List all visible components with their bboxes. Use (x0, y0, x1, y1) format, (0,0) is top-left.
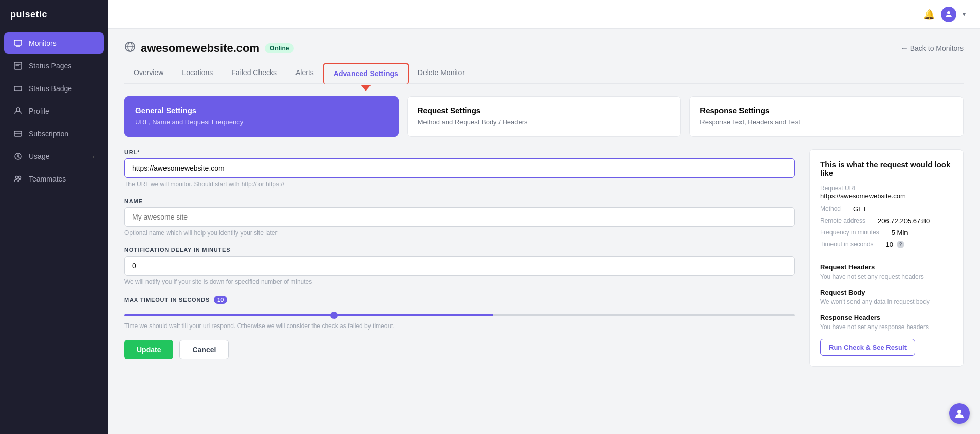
url-form-group: URL* The URL we will monitor. Should sta… (124, 149, 795, 188)
cancel-button[interactable]: Cancel (179, 340, 229, 359)
svg-rect-2 (14, 86, 22, 91)
general-settings-title: General Settings (135, 106, 388, 115)
sidebar-item-status-pages[interactable]: Status Pages (4, 55, 104, 77)
svg-point-8 (947, 11, 950, 14)
request-settings-desc: Method and Request Body / Headers (418, 118, 671, 127)
sidebar-item-status-badge[interactable]: Status Badge (4, 78, 104, 99)
remote-address-key: Remote address (820, 217, 865, 224)
sidebar-item-label-monitors: Monitors (29, 39, 57, 47)
settings-cards-row: General Settings URL, Name and Request F… (124, 96, 964, 137)
run-check-button[interactable]: Run Check & See Result (820, 339, 915, 356)
response-settings-desc: Response Text, Headers and Test (700, 118, 953, 127)
monitor-globe-icon (124, 41, 136, 55)
notification-hint: We will notify you if your site is down … (124, 278, 795, 285)
sidebar-item-subscription[interactable]: Subscription (4, 123, 104, 144)
general-settings-desc: URL, Name and Request Frequency (135, 118, 388, 127)
svg-point-11 (957, 410, 961, 414)
sidebar-item-profile[interactable]: Profile (4, 100, 104, 122)
monitor-title-row: awesomewebsite.com Online (124, 41, 294, 55)
request-body-title: Request Body (820, 288, 953, 296)
tab-failed-checks[interactable]: Failed Checks (222, 63, 286, 84)
sidebar-item-usage[interactable]: Usage ‹ (4, 146, 104, 167)
response-settings-title: Response Settings (700, 106, 953, 115)
divider-1 (820, 255, 953, 255)
tab-overview[interactable]: Overview (124, 63, 173, 84)
main-area: 🔔 ▾ awesomewebsite.com Online ← Back to … (108, 0, 980, 434)
request-url-val: https://awesomewebsite.com (820, 192, 953, 200)
remote-address-val: 206.72.205.67:80 (878, 217, 930, 225)
request-body-text: We won't send any data in request body (820, 298, 953, 305)
timeout-label-row: MAX TIMEOUT IN SECONDS 10 (124, 296, 795, 304)
name-label: NAME (124, 198, 795, 204)
request-settings-title: Request Settings (418, 106, 671, 115)
bottom-right-avatar[interactable] (949, 403, 970, 424)
topbar: 🔔 ▾ (108, 0, 980, 29)
update-button[interactable]: Update (124, 340, 173, 359)
sidebar-item-label-status-badge: Status Badge (29, 84, 72, 93)
teammates-icon (13, 174, 23, 184)
notification-bell-icon[interactable]: 🔔 (923, 9, 935, 20)
avatar-chevron-icon[interactable]: ▾ (963, 11, 966, 18)
timeout-hint: Time we should wait till your url respon… (124, 322, 795, 330)
settings-card-request[interactable]: Request Settings Method and Request Body… (407, 96, 681, 137)
request-url-key: Request URL (820, 185, 953, 192)
notification-label: NOTIFICATION DELAY IN MINUTES (124, 247, 795, 253)
name-hint: Optional name which will help you identi… (124, 229, 795, 237)
request-headers-text: You have not set any request headers (820, 273, 953, 280)
info-request-url: Request URL https://awesomewebsite.com (820, 185, 953, 200)
status-badge: Online (265, 43, 294, 53)
monitor-header: awesomewebsite.com Online ← Back to Moni… (124, 41, 964, 55)
name-input[interactable] (124, 207, 795, 227)
sidebar-item-label-teammates: Teammates (29, 175, 66, 183)
sidebar-nav: Monitors Status Pages Status Badge Profi… (0, 29, 108, 434)
info-column: This is what the request would look like… (809, 149, 964, 367)
sidebar-item-monitors[interactable]: Monitors (4, 32, 104, 54)
sidebar-item-label-status-pages: Status Pages (29, 62, 71, 70)
url-hint: The URL we will monitor. Should start wi… (124, 180, 795, 188)
sidebar-item-teammates[interactable]: Teammates (4, 168, 104, 190)
timeout-value-badge: 10 (214, 296, 227, 304)
monitors-icon (13, 39, 23, 48)
status-badge-icon (13, 84, 23, 93)
response-headers-text: You have not set any response headers (820, 323, 953, 331)
tab-delete-monitor[interactable]: Delete Monitor (409, 63, 474, 84)
svg-rect-0 (14, 40, 22, 45)
info-panel: This is what the request would look like… (809, 149, 964, 367)
notification-input[interactable] (124, 256, 795, 276)
tab-locations[interactable]: Locations (173, 63, 222, 84)
tab-advanced-settings[interactable]: Advanced Settings (323, 63, 409, 84)
timeout-form-group: MAX TIMEOUT IN SECONDS 10 Time we should… (124, 296, 795, 330)
frequency-val: 5 Min (892, 229, 908, 237)
tabs-row: Overview Locations Failed Checks Alerts … (124, 63, 964, 84)
timeout-seconds-val: 10 (886, 241, 893, 248)
settings-card-response[interactable]: Response Settings Response Text, Headers… (689, 96, 964, 137)
name-form-group: NAME Optional name which will help you i… (124, 198, 795, 237)
status-pages-icon (13, 61, 23, 70)
method-key: Method (820, 205, 841, 212)
timeout-label: MAX TIMEOUT IN SECONDS (124, 297, 210, 303)
sidebar-item-label-usage: Usage (29, 152, 49, 160)
content-area: awesomewebsite.com Online ← Back to Moni… (108, 29, 980, 434)
sidebar: pulsetic Monitors Status Pages Status Ba… (0, 0, 108, 434)
profile-icon (13, 106, 23, 116)
url-input[interactable] (124, 158, 795, 178)
info-panel-title: This is what the request would look like (820, 160, 953, 177)
user-avatar[interactable] (941, 7, 956, 22)
form-column: URL* The URL we will monitor. Should sta… (124, 149, 795, 367)
sidebar-collapse-icon[interactable]: ‹ (93, 153, 95, 160)
settings-card-general[interactable]: General Settings URL, Name and Request F… (124, 96, 399, 137)
tab-alerts[interactable]: Alerts (286, 63, 323, 84)
app-logo: pulsetic (0, 0, 108, 29)
frequency-key: Frequency in minutes (820, 229, 879, 236)
timeout-help-icon[interactable]: ? (897, 241, 904, 248)
back-to-monitors-btn[interactable]: ← Back to Monitors (901, 44, 964, 52)
response-headers-title: Response Headers (820, 314, 953, 321)
timeout-slider[interactable] (124, 314, 795, 316)
usage-icon (13, 152, 23, 161)
svg-point-3 (16, 108, 20, 111)
svg-point-7 (19, 176, 21, 179)
subscription-icon (13, 129, 23, 138)
sidebar-item-label-profile: Profile (29, 107, 49, 115)
request-headers-title: Request Headers (820, 263, 953, 271)
timeout-seconds-key: Timeout in seconds (820, 241, 874, 248)
